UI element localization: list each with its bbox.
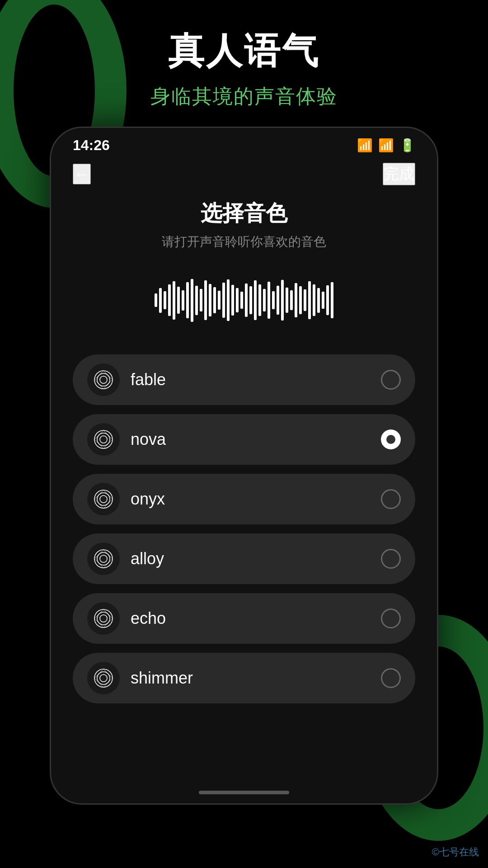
battery-icon: 🔋 (399, 138, 415, 153)
waveform-bar (173, 281, 175, 320)
waveform-bar (326, 285, 329, 315)
svg-point-2 (100, 376, 107, 383)
radio-btn-alloy[interactable] (381, 549, 401, 569)
nav-bar: ← 完成 (51, 158, 437, 190)
voice-item-alloy[interactable]: alloy (73, 533, 415, 584)
waveform-bar (299, 286, 302, 314)
waveform-bar (231, 285, 234, 316)
waveform-bar (204, 280, 207, 320)
waveform-bar (200, 289, 202, 311)
waveform-bar (213, 287, 216, 313)
voice-name-shimmer: shimmer (131, 669, 193, 688)
voice-item-nova[interactable]: nova (73, 414, 415, 465)
waveform-bar (308, 281, 311, 319)
waveform-bar (164, 291, 166, 309)
waveform-bar (290, 290, 293, 310)
section-title: 选择音色 (73, 199, 415, 228)
voice-item-left: nova (87, 423, 166, 456)
back-button[interactable]: ← (73, 164, 91, 184)
radio-btn-shimmer[interactable] (381, 668, 401, 688)
done-button[interactable]: 完成 (383, 163, 415, 185)
waveform-bar (281, 280, 284, 321)
waveform-bar (177, 287, 180, 314)
radio-btn-nova[interactable] (381, 429, 401, 449)
svg-point-8 (100, 495, 107, 503)
svg-point-5 (100, 436, 107, 443)
home-indicator (199, 791, 289, 794)
voice-icon-onyx (87, 483, 120, 515)
main-title: 真人语气 (0, 27, 488, 76)
voice-icon-shimmer (87, 662, 120, 694)
voice-item-onyx[interactable]: onyx (73, 474, 415, 524)
sub-title: 身临其境的声音体验 (0, 83, 488, 110)
svg-point-14 (100, 615, 107, 622)
voice-item-shimmer[interactable]: shimmer (73, 653, 415, 703)
waveform-bar (155, 293, 157, 307)
svg-point-17 (100, 675, 107, 682)
waveform-bar (218, 291, 221, 310)
waveform-bar (322, 292, 324, 309)
waveform-bar (240, 292, 243, 309)
voice-name-onyx: onyx (131, 490, 165, 509)
waveform-bar (245, 283, 248, 317)
page-header: 真人语气 身临其境的声音体验 (0, 27, 488, 110)
waveform-bar (168, 284, 171, 316)
voice-name-alloy: alloy (131, 549, 164, 568)
voice-icon-nova (87, 423, 120, 456)
waveform-bar (182, 290, 184, 311)
waveform-bar (277, 286, 279, 315)
waveform-bar (186, 282, 189, 318)
waveform-bar (272, 291, 275, 309)
waveform-bar (304, 289, 306, 311)
waveform-bar (249, 286, 252, 314)
voice-option-list: fable nova (73, 354, 415, 703)
waveform-bar (222, 283, 225, 318)
waveform-bar (209, 284, 211, 316)
voice-icon-alloy (87, 542, 120, 575)
waveform-visualizer (73, 273, 415, 327)
waveform-bar (258, 284, 261, 316)
voice-item-left: shimmer (87, 662, 193, 694)
voice-item-left: onyx (87, 483, 165, 515)
status-icons: 📶 📶 🔋 (357, 138, 415, 153)
status-time: 14:26 (73, 137, 110, 154)
waveform-bar (267, 282, 270, 319)
signal-icon: 📶 (378, 138, 394, 153)
voice-item-fable[interactable]: fable (73, 354, 415, 405)
voice-name-echo: echo (131, 609, 166, 628)
waveform-bar (195, 286, 198, 315)
status-bar: 14:26 📶 📶 🔋 (51, 128, 437, 158)
waveform-bar (159, 288, 162, 313)
section-subtitle: 请打开声音聆听你喜欢的音色 (73, 233, 415, 250)
radio-btn-fable[interactable] (381, 370, 401, 390)
voice-name-fable: fable (131, 370, 166, 389)
waveform-bar (236, 288, 239, 312)
voice-name-nova: nova (131, 430, 166, 449)
voice-item-echo[interactable]: echo (73, 593, 415, 644)
phone-mockup: 14:26 📶 📶 🔋 ← 完成 选择音色 请打开声音聆听你喜欢的音色 (50, 127, 438, 805)
waveform-bar (331, 282, 333, 318)
voice-item-left: echo (87, 602, 166, 635)
watermark: ©七号在线 (432, 845, 479, 859)
svg-point-11 (100, 555, 107, 562)
waveform-bar (254, 280, 257, 320)
radio-btn-onyx[interactable] (381, 489, 401, 509)
waveform-bar (295, 283, 297, 317)
main-content: 选择音色 请打开声音聆听你喜欢的音色 fable (51, 190, 437, 731)
wifi-icon: 📶 (357, 138, 373, 153)
waveform-bar (191, 279, 193, 322)
waveform-bar (263, 289, 266, 311)
voice-icon-echo (87, 602, 120, 635)
waveform-bar (317, 288, 320, 313)
radio-btn-echo[interactable] (381, 609, 401, 628)
waveform-bar (286, 288, 288, 313)
voice-icon-fable (87, 363, 120, 396)
voice-item-left: alloy (87, 542, 164, 575)
waveform-bar (313, 284, 315, 316)
voice-item-left: fable (87, 363, 166, 396)
waveform-bar (227, 279, 230, 321)
